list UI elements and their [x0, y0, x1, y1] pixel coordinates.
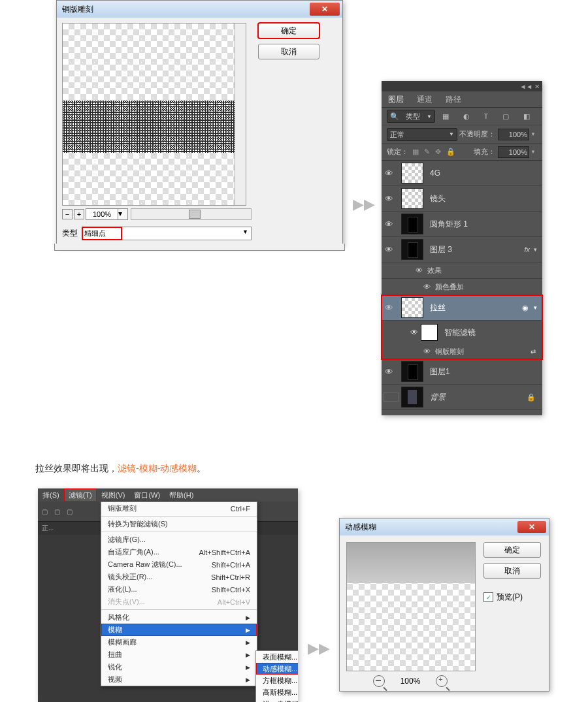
filter-shape-icon[interactable]: ▢ — [502, 112, 509, 121]
layer-row[interactable]: 👁 圆角矩形 1 — [382, 212, 542, 237]
tab-layers[interactable]: 图层 — [382, 91, 410, 107]
close-icon[interactable]: ✕ — [310, 3, 340, 16]
tab-paths[interactable]: 路径 — [439, 91, 468, 107]
eye-icon[interactable]: 👁 — [416, 266, 427, 274]
cancel-button[interactable]: 取消 — [258, 44, 319, 59]
type-dropdown[interactable] — [122, 227, 252, 240]
type-value: 精细点 — [82, 227, 122, 240]
layer-row[interactable]: 👁 4G — [382, 161, 542, 186]
panel-top-controls[interactable]: ◄◄ ✕ — [382, 81, 542, 91]
layer-thumb[interactable] — [401, 214, 423, 234]
menu-item-camera-raw[interactable]: Camera Raw 滤镜(C)...Shift+Ctrl+A — [101, 558, 257, 571]
menu-item-liquify[interactable]: 液化(L)...Shift+Ctrl+X — [101, 583, 257, 596]
sub-motion-blur[interactable]: 动感模糊... — [256, 663, 298, 675]
sub-blur-more[interactable]: 进一步模糊 — [256, 698, 298, 702]
zoom-in-icon[interactable] — [436, 675, 448, 687]
menu-window[interactable]: 窗口(W) — [129, 488, 165, 502]
dialog-titlebar[interactable]: 动感模糊 ✕ — [340, 519, 549, 535]
fill-dd-icon[interactable]: ▼ — [531, 149, 537, 155]
eye-icon[interactable]: 👁 — [382, 168, 396, 178]
eye-icon[interactable]: 👁 — [423, 347, 435, 355]
zoom-out-icon[interactable] — [373, 675, 385, 687]
layer-filter-dropdown[interactable]: 🔍类型▼ — [387, 110, 435, 123]
fx-badge[interactable]: fx — [524, 246, 530, 253]
sub-surface-blur[interactable]: 表面模糊... — [256, 651, 298, 663]
preview-canvas[interactable] — [346, 542, 476, 671]
eye-icon[interactable]: 👁 — [382, 194, 396, 204]
filter-pixel-icon[interactable]: ▦ — [442, 112, 449, 121]
cancel-button[interactable]: 取消 — [483, 563, 541, 579]
smart-filter-header[interactable]: 👁 智能滤镜 — [382, 321, 542, 344]
layer-row[interactable]: 👁 图层1 — [382, 359, 542, 385]
menu-item-lens-correct[interactable]: 镜头校正(R)...Shift+Ctrl+R — [101, 571, 257, 583]
lock-brush-icon[interactable]: ✎ — [424, 148, 430, 156]
preview-hscrollbar[interactable] — [131, 208, 252, 220]
zoom-dropdown[interactable]: ▾ — [118, 208, 128, 220]
opacity-value[interactable]: 100% — [498, 129, 529, 140]
lock-all-icon[interactable]: 🔒 — [446, 148, 455, 156]
eye-icon[interactable]: 👁 — [382, 303, 396, 313]
preview-checkbox-row[interactable]: ✓ 预览(P) — [483, 592, 541, 603]
layer-thumb[interactable] — [401, 239, 423, 260]
fill-value[interactable]: 100% — [498, 146, 529, 158]
layer-row[interactable]: 👁 图层 3 fx ▾ — [382, 237, 542, 263]
menu-item-stylize[interactable]: 风格化▶ — [101, 611, 257, 624]
layer-effect-sub[interactable]: 👁 颜色叠加 — [382, 279, 542, 295]
layer-thumb[interactable] — [401, 387, 423, 407]
eye-icon[interactable]: 👁 — [382, 245, 396, 255]
menu-item-last-filter[interactable]: 铜版雕刻Ctrl+F — [101, 502, 257, 515]
menu-help[interactable]: 帮助(H) — [165, 488, 198, 502]
layer-thumb[interactable] — [401, 361, 423, 382]
menu-item-filter-gallery[interactable]: 滤镜库(G)... — [101, 534, 257, 546]
eye-icon[interactable]: 👁 — [382, 219, 396, 229]
lock-pixels-icon[interactable]: ▦ — [412, 148, 419, 156]
menu-view[interactable]: 视图(V) — [97, 488, 130, 502]
ok-button[interactable]: 确定 — [258, 23, 319, 39]
chevron-down-icon[interactable]: ▾ — [534, 246, 537, 253]
layer-thumb[interactable] — [401, 188, 423, 209]
menu-item-adaptive-wide[interactable]: 自适应广角(A)...Alt+Shift+Ctrl+A — [101, 546, 257, 558]
dialog-titlebar[interactable]: 铜版雕刻 ✕ — [57, 1, 342, 18]
layer-row[interactable]: 👁 镜头 — [382, 186, 542, 212]
opacity-dd-icon[interactable]: ▼ — [531, 131, 537, 137]
preview-vscrollbar[interactable] — [235, 24, 246, 205]
menu-item-convert-smart[interactable]: 转换为智能滤镜(S) — [101, 518, 257, 530]
eye-icon[interactable]: 👁 — [423, 283, 435, 291]
menu-item-video[interactable]: 视频▶ — [101, 673, 257, 686]
menu-item-blur[interactable]: 模糊▶ — [101, 624, 257, 636]
type-label: 类型 — [62, 228, 78, 239]
layer-effect-sub[interactable]: 👁 效果 — [382, 263, 542, 279]
chevron-down-icon[interactable]: ▾ — [534, 304, 537, 311]
lock-position-icon[interactable]: ✥ — [435, 148, 441, 156]
filter-adjust-icon[interactable]: ◐ — [463, 112, 470, 121]
menu-filter[interactable]: 滤镜(T) — [64, 488, 97, 502]
filter-settings-icon[interactable]: ⇄ — [531, 348, 536, 355]
layer-row-selected[interactable]: 👁 拉丝 ◉ ▾ — [382, 295, 542, 321]
fill-label: 填充： — [474, 147, 495, 157]
checkbox-icon[interactable]: ✓ — [483, 592, 493, 602]
filter-type-icon[interactable]: T — [484, 112, 489, 121]
ok-button[interactable]: 确定 — [483, 542, 541, 558]
layer-thumb[interactable] — [401, 163, 423, 183]
menu-item-distort[interactable]: 扭曲▶ — [101, 648, 257, 661]
eye-icon[interactable]: 👁 — [408, 328, 421, 337]
eye-icon[interactable]: 👁 — [382, 367, 396, 377]
tab-channels[interactable]: 通道 — [410, 91, 439, 107]
close-icon[interactable]: ✕ — [517, 521, 546, 533]
smart-filter-thumb[interactable] — [421, 324, 438, 341]
layer-thumb[interactable] — [401, 297, 423, 318]
menu-item-blur-gallery[interactable]: 模糊画廊▶ — [101, 636, 257, 648]
eye-off-icon[interactable] — [383, 392, 399, 402]
zoom-in-button[interactable]: + — [74, 209, 84, 219]
zoom-out-button[interactable]: − — [62, 209, 73, 219]
preview-canvas[interactable] — [62, 23, 246, 206]
sub-box-blur[interactable]: 方框模糊... — [256, 675, 298, 686]
smart-object-icon[interactable]: ◉ — [522, 304, 529, 312]
layer-row-background[interactable]: 背景 🔒 — [382, 385, 542, 410]
blend-mode-dropdown[interactable]: 正常▼ — [387, 128, 457, 141]
menu-item-sharpen[interactable]: 锐化▶ — [101, 661, 257, 673]
sub-gaussian-blur[interactable]: 高斯模糊... — [256, 686, 298, 698]
filter-smart-icon[interactable]: ◧ — [523, 112, 530, 121]
smart-filter-item[interactable]: 👁 铜版雕刻 ⇄ — [382, 344, 542, 359]
menu-select[interactable]: 择(S) — [38, 488, 64, 502]
